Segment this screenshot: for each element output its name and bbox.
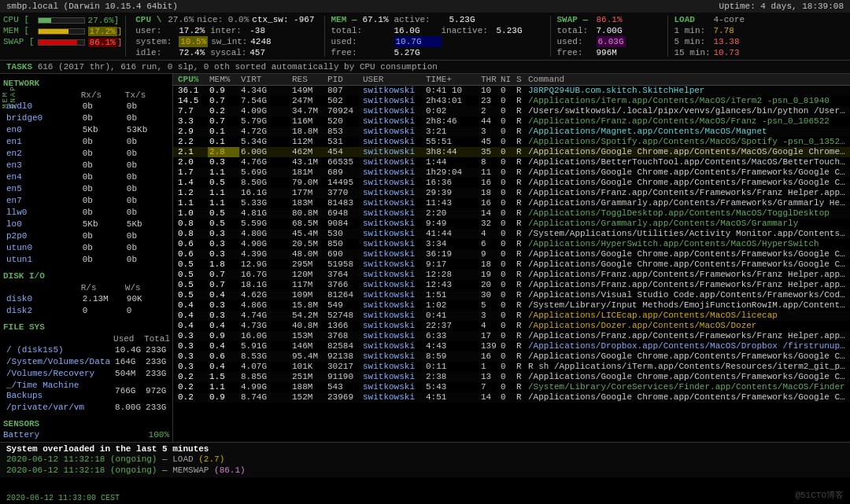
proc-time: 0:02 (424, 106, 479, 116)
memsnap-label: MEM SNAP (0, 74, 19, 110)
left-panel: MEM SNAP NETWORK Rx/s Tx/s awdl00b0b bri… (0, 74, 173, 442)
proc-s: R (515, 219, 527, 229)
proc-pid: 531 (326, 137, 361, 147)
proc-s: R (515, 208, 527, 219)
proc-s: R (515, 300, 527, 311)
proc-pid: 91190 (326, 372, 361, 382)
swap-bar-label: SWAP [ (3, 36, 35, 47)
proc-res: 247M (290, 96, 326, 106)
proc-cpu: 0.4 (176, 321, 208, 331)
proc-thr: 20 (479, 280, 499, 290)
top-stats: CPU [ MEM [ SWAP [ 27.6%] (0, 13, 850, 61)
proc-s: R (515, 239, 527, 249)
swap-free-key: free: (557, 47, 597, 58)
load-1min-key: 1 min: (674, 25, 714, 36)
proc-thr: 18 (479, 188, 499, 198)
proc-user: switkowski (361, 229, 424, 239)
sensors-battery: Battery 100% (3, 429, 169, 440)
disk-title: DISK I/O (3, 271, 169, 281)
swap-pct: 86.1% (597, 14, 623, 25)
bottom-memswap-label: — MEMSWAP (157, 465, 214, 476)
proc-res: 152M (290, 392, 326, 403)
timestamp-label: 2020-06-12 11:33:00 CEST (6, 494, 120, 502)
net-en1: en10b0b (5, 137, 168, 147)
proc-pid: 520 (326, 116, 361, 127)
process-row: 0.6 0.3 4.39G 48.0M 690 switkowski 36:19… (173, 249, 850, 259)
proc-mem: 0.3 (208, 311, 239, 321)
memsnap-container: MEM SNAP (0, 74, 19, 110)
process-row: 0.5 1.8 12.9G 295M 51958 switkowski 9:17… (173, 259, 850, 270)
proc-res: 112M (290, 137, 326, 147)
proc-cpu: 0.4 (176, 311, 208, 321)
mem-bar (38, 26, 85, 37)
process-row: 0.2 1.1 4.99G 188M 543 switkowski 5:43 7… (173, 382, 850, 392)
swint-val: 4248 (250, 36, 271, 47)
col-user: USER (361, 75, 424, 84)
proc-cpu: 0.5 (176, 259, 208, 270)
proc-virt: 16.0G (239, 331, 290, 341)
proc-s: R (515, 147, 527, 157)
col-pid: PID (326, 75, 361, 84)
proc-user: switkowski (361, 249, 424, 259)
proc-ni: 0 (499, 137, 515, 147)
proc-thr: 23 (479, 96, 499, 106)
proc-user: switkowski (361, 280, 424, 290)
proc-mem: 0.3 (208, 229, 239, 239)
proc-res: 20.5M (290, 239, 326, 249)
proc-cpu: 0.3 (176, 362, 208, 372)
net-en3: en30b0b (5, 160, 168, 171)
proc-cpu: 2.9 (176, 127, 208, 137)
proc-thr: 5 (479, 300, 499, 311)
proc-user: switkowski (361, 270, 424, 280)
proc-cpu: 0.2 (176, 372, 208, 382)
proc-thr: 1 (479, 362, 499, 372)
proc-ni: 0 (499, 127, 515, 137)
process-row: 1.1 1.1 5.33G 183M 81483 switkowski 11:4… (173, 198, 850, 208)
proc-cpu: 0.8 (176, 219, 208, 229)
proc-ni: 0 (499, 249, 515, 259)
proc-cmd: /Applications/Franz.app/Contents/Framewo… (527, 331, 847, 341)
net-llw0: llw00b0b (5, 208, 168, 218)
process-row: 36.1 0.9 4.34G 149M 807 switkowski 0:41 … (173, 86, 850, 96)
disk-name-header (5, 283, 79, 292)
proc-time: 2h8:46 (424, 116, 479, 127)
proc-time: 41:44 (424, 229, 479, 239)
proc-pid: 853 (326, 127, 361, 137)
proc-virt: 7.54G (239, 96, 290, 106)
proc-user: switkowski (361, 300, 424, 311)
net-awdl0: awdl00b0b (5, 101, 168, 112)
proc-cpu: 1.7 (176, 167, 208, 178)
proc-user: switkowski (361, 106, 424, 116)
proc-s: R (515, 167, 527, 178)
proc-ni: 0 (499, 188, 515, 198)
content-area: MEM SNAP NETWORK Rx/s Tx/s awdl00b0b bri… (0, 74, 850, 442)
proc-s: R (515, 341, 527, 351)
swap-title-row: SWAP — 86.1% (557, 14, 661, 25)
proc-mem: 2.8 (208, 147, 239, 157)
rx-header: Rx/s (81, 90, 124, 100)
proc-user: switkowski (361, 290, 424, 300)
proc-pid: 543 (326, 382, 361, 392)
swap-total-key: total: (557, 25, 597, 36)
proc-s: R (515, 198, 527, 208)
net-p2p0: p2p00b0b (5, 231, 168, 241)
filesys-table: Used Total / (disk1s5) 10.4G 233G /Syste… (3, 333, 172, 414)
proc-cmd: /Users/switkowski/.local/pipx/venvs/glan… (527, 106, 847, 116)
proc-pid: 502 (326, 96, 361, 106)
mem-pct: 67.1% (363, 14, 394, 25)
net-en2: en20b0b (5, 149, 168, 159)
proc-pid: 9084 (326, 219, 361, 229)
cpu-ctxsw: ctx_sw: -967 (252, 14, 314, 25)
filesys-name-header (5, 334, 112, 344)
net-en4: en40b0b (5, 172, 168, 182)
proc-res: 43.1M (290, 157, 326, 167)
bottom-load-val: (2.7) (198, 454, 224, 465)
proc-user: switkowski (361, 341, 424, 351)
proc-mem: 1.1 (208, 198, 239, 208)
proc-pid: 454 (326, 147, 361, 157)
divider-2 (324, 16, 325, 57)
proc-mem: 0.7 (208, 96, 239, 106)
proc-cpu: 36.1 (176, 86, 208, 96)
proc-cmd: /Applications/iTerm.app/Contents/MacOS/i… (527, 96, 847, 106)
used-key: used: (331, 36, 394, 47)
